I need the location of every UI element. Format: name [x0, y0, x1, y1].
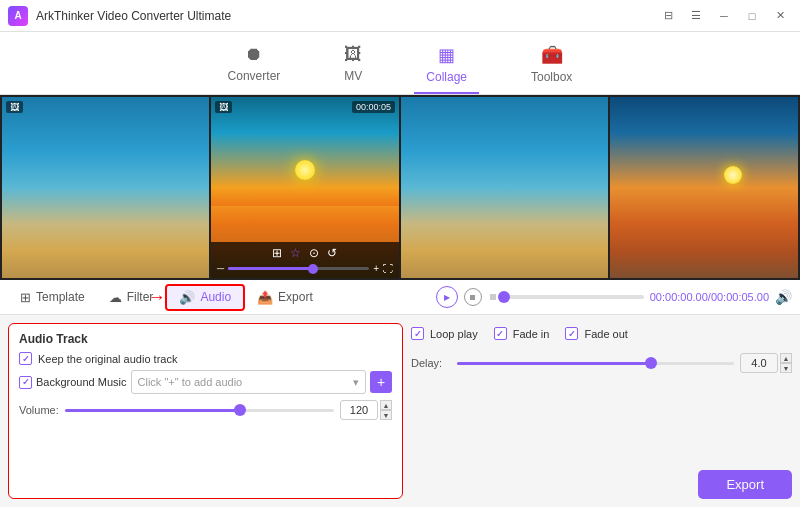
main-progress-bar[interactable] — [504, 295, 644, 299]
video-controls: ⊞ ☆ ⊙ ↺ ─ + ⛶ — [211, 242, 399, 278]
delay-slider-track[interactable] — [457, 362, 734, 365]
toolbox-icon: 🧰 — [541, 44, 563, 66]
tab-template[interactable]: ⊞ Template — [8, 286, 97, 309]
app-icon: A — [8, 6, 28, 26]
preview-panel-3[interactable] — [401, 97, 608, 278]
tab-audio[interactable]: 🔊 Audio — [167, 286, 243, 309]
panel1-label: 🖼 — [6, 101, 23, 113]
converter-label: Converter — [228, 69, 281, 83]
mv-icon: 🖼 — [344, 44, 362, 65]
tab-mv[interactable]: 🖼 MV — [332, 40, 374, 94]
keep-original-label: Keep the original audio track — [38, 353, 177, 365]
collage-label: Collage — [426, 70, 467, 84]
tool-tabs-bar: ⊞ Template ☁ Filter → 🔊 Audio 📤 Expor — [0, 280, 800, 314]
player-controls: ▶ ⏹ 00:00:00.00/00:00:05.00 🔊 — [436, 286, 792, 308]
delay-up-btn[interactable]: ▲ — [780, 353, 792, 363]
toolbox-label: Toolbox — [531, 70, 572, 84]
template-label: Template — [36, 290, 85, 304]
collage-icon: ▦ — [438, 44, 455, 66]
preview-panel-2[interactable]: 🖼 00:00:05 ⊞ ☆ ⊙ ↺ ─ + ⛶ — [211, 97, 399, 278]
video-progress-thumb[interactable] — [308, 264, 318, 274]
tab-converter[interactable]: ⏺ Converter — [216, 40, 293, 94]
circle-ctrl-icon[interactable]: ⊙ — [309, 246, 319, 260]
stop-button[interactable]: ⏹ — [464, 288, 482, 306]
export-tool-icon: 📤 — [257, 290, 273, 305]
volume-value[interactable]: 120 — [340, 400, 378, 420]
expand-icon[interactable]: ⛶ — [383, 263, 393, 274]
delay-slider-thumb[interactable] — [645, 357, 657, 369]
bg-music-label: Background Music — [36, 376, 127, 388]
fade-in-checkbox[interactable] — [494, 327, 507, 340]
preview-panel-1[interactable]: 🖼 — [2, 97, 209, 278]
preview-panel-4[interactable] — [610, 97, 798, 278]
fade-in-label: Fade in — [513, 328, 550, 340]
hamburger-btn[interactable]: ☰ — [684, 6, 708, 26]
bg-music-row: Background Music Click "+" to add audio … — [19, 370, 392, 394]
title-bar-left: A ArkThinker Video Converter Ultimate — [8, 6, 231, 26]
export-btn[interactable]: Export — [698, 470, 792, 499]
fade-out-row: Fade out — [565, 327, 627, 340]
vol-ctrl-icon[interactable]: ─ — [217, 263, 224, 274]
nav-tabs: ⏺ Converter 🖼 MV ▦ Collage 🧰 Toolbox — [0, 32, 800, 95]
filter-icon: ☁ — [109, 290, 122, 305]
keep-original-checkbox[interactable] — [19, 352, 32, 365]
audio-section: Audio Track Keep the original audio trac… — [8, 323, 403, 499]
fade-out-checkbox[interactable] — [565, 327, 578, 340]
template-icon: ⊞ — [20, 290, 31, 305]
bg-music-checkbox[interactable] — [19, 376, 32, 389]
audio-label: Audio — [200, 290, 231, 304]
volume-up-btn[interactable]: ▲ — [380, 400, 392, 410]
delay-down-btn[interactable]: ▼ — [780, 363, 792, 373]
app-title: ArkThinker Video Converter Ultimate — [36, 9, 231, 23]
volume-slider-track[interactable] — [65, 409, 334, 412]
tab-collage[interactable]: ▦ Collage — [414, 40, 479, 94]
volume-down-btn[interactable]: ▼ — [380, 410, 392, 420]
delay-spinners: ▲ ▼ — [780, 353, 792, 373]
player-dot — [490, 294, 496, 300]
video-progress-track[interactable] — [228, 267, 369, 270]
right-checkboxes: Loop play Fade in Fade out — [411, 323, 792, 345]
music-dropdown[interactable]: Click "+" to add audio ▾ — [131, 370, 367, 394]
time-display: 00:00:00.00/00:00:05.00 — [650, 291, 769, 303]
delay-slider-fill — [457, 362, 651, 365]
tab-toolbox[interactable]: 🧰 Toolbox — [519, 40, 584, 94]
export-area: Export — [411, 470, 792, 499]
tab-audio-highlighted: 🔊 Audio — [165, 284, 245, 311]
volume-row: Volume: 120 ▲ ▼ — [19, 400, 392, 420]
menu-icon-btn[interactable]: ⊟ — [656, 6, 680, 26]
export-tool-label: Export — [278, 290, 313, 304]
video-progress-fill — [228, 267, 313, 270]
add-audio-btn[interactable]: + — [370, 371, 392, 393]
audio-section-title: Audio Track — [19, 332, 392, 346]
delay-row: Delay: 4.0 ▲ ▼ — [411, 353, 792, 373]
rotate-ctrl-icon[interactable]: ↺ — [327, 246, 337, 260]
loop-play-row: Loop play — [411, 327, 478, 340]
bottom-content: Audio Track Keep the original audio trac… — [0, 315, 800, 507]
delay-value[interactable]: 4.0 — [740, 353, 778, 373]
volume-icon-main[interactable]: 🔊 — [775, 289, 792, 305]
tab-export-tool[interactable]: 📤 Export — [245, 286, 325, 309]
panel2-time: 00:00:05 — [352, 101, 395, 113]
title-bar-controls: ⊟ ☰ ─ □ ✕ — [656, 6, 792, 26]
close-btn[interactable]: ✕ — [768, 6, 792, 26]
vol-plus-icon[interactable]: + — [373, 263, 379, 274]
loop-play-label: Loop play — [430, 328, 478, 340]
minimize-btn[interactable]: ─ — [712, 6, 736, 26]
volume-slider-thumb[interactable] — [234, 404, 246, 416]
play-button[interactable]: ▶ — [436, 286, 458, 308]
main-progress-thumb[interactable] — [498, 291, 510, 303]
delay-label: Delay: — [411, 357, 451, 369]
preview-area: 🖼 🖼 00:00:05 ⊞ ☆ ⊙ ↺ ─ — [0, 95, 800, 280]
fade-out-label: Fade out — [584, 328, 627, 340]
star-ctrl-icon[interactable]: ☆ — [290, 246, 301, 260]
loop-play-checkbox[interactable] — [411, 327, 424, 340]
delay-input-group: 4.0 ▲ ▼ — [740, 353, 792, 373]
dropdown-arrow-icon: ▾ — [353, 376, 359, 389]
app-window: A ArkThinker Video Converter Ultimate ⊟ … — [0, 0, 800, 507]
grid-ctrl-icon[interactable]: ⊞ — [272, 246, 282, 260]
mv-label: MV — [344, 69, 362, 83]
volume-spinners: ▲ ▼ — [380, 400, 392, 420]
fade-in-row: Fade in — [494, 327, 550, 340]
maximize-btn[interactable]: □ — [740, 6, 764, 26]
panel2-label: 🖼 — [215, 101, 232, 113]
